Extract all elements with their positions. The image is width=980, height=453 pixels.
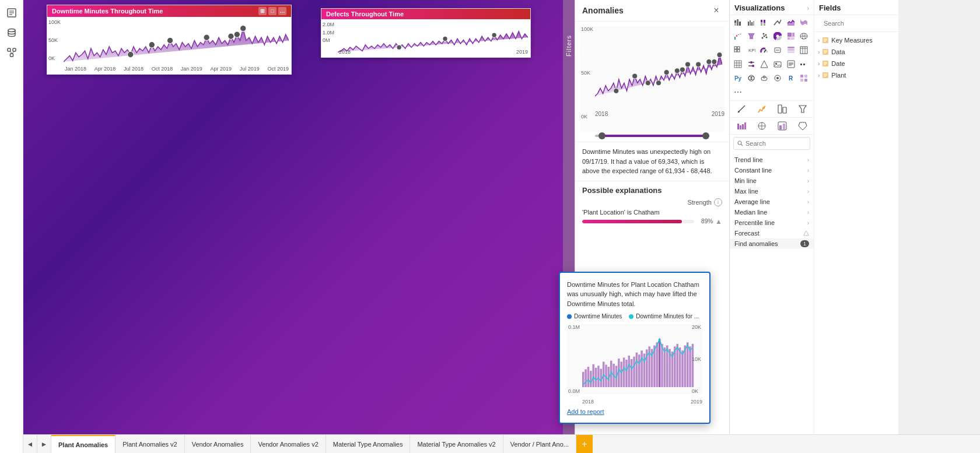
svg-marker-87 [761,61,768,68]
format-icon-btn[interactable] [736,103,747,115]
viz-icons-row-4 [730,57,814,71]
analytics-trend-line[interactable]: Trend line › [730,154,814,165]
viz-icon-matrix[interactable] [732,44,744,56]
anomaly-slider[interactable] [595,135,709,137]
viz-icon-shape[interactable] [758,58,770,70]
analytics-search-icon [737,141,743,146]
fields-search-input[interactable] [820,17,908,29]
viz-icon-linechart[interactable] [772,16,783,28]
analytics-search-input[interactable] [746,140,806,147]
chart-filter-btn[interactable]: ⊞ [258,7,267,15]
viz-icon-100bar[interactable] [758,16,770,28]
chart-more-btn[interactable]: … [278,7,286,15]
analytics-icon-btn[interactable] [756,103,768,115]
viz-icon-more-ellipsis[interactable]: ⋯ [732,86,744,98]
analytics-max-line[interactable]: Max line › [730,186,814,196]
viz-secondary-4[interactable] [797,120,808,132]
viz-icon-r[interactable]: R [785,72,797,84]
tab-vendor-anomalies[interactable]: Vendor Anomalies [185,435,251,454]
viz-icon-gauge[interactable] [758,44,770,56]
viz-secondary-3[interactable] [776,120,788,132]
tab-vendor-anomalies-v2[interactable]: Vendor Anomalies v2 [251,435,326,454]
viz-icon-treemap[interactable] [785,30,797,42]
tab-plant-anomalies-v2[interactable]: Plant Anomalies v2 [116,435,185,454]
svg-point-98 [751,76,754,80]
explanation-label-0: 'Plant Location' is Chatham [582,209,722,216]
filter-icon-btn[interactable] [797,103,808,115]
tab-vendor-plant-ano[interactable]: Vendor / Plant Ano... [503,435,576,454]
analytics-percentile-line[interactable]: Percentile line › [730,217,814,228]
svg-point-10 [128,51,134,57]
viz-icon-areachart[interactable] [785,16,797,28]
strength-info-icon[interactable]: i [714,198,722,206]
viz-icon-matrix2[interactable] [732,58,744,70]
tab-material-type-anomalies-v2[interactable]: Material Type Anomalies v2 [410,435,503,454]
svg-rect-74 [800,47,807,54]
analytics-min-line[interactable]: Min line › [730,175,814,186]
viz-icon-more2[interactable] [798,58,810,70]
viz-icon-textbox[interactable] [785,58,797,70]
slider-handle-right[interactable] [702,132,709,139]
fields-group-keymeasures: › Key Measures [814,34,898,46]
viz-secondary-1[interactable] [736,120,747,132]
viz-icon-ribbon[interactable] [798,16,810,28]
svg-rect-58 [792,33,794,37]
field-icon-btn[interactable] [776,103,788,115]
slider-handle-left[interactable] [598,132,606,139]
fields-group-keymeasures-header[interactable]: › Key Measures [818,36,895,45]
viz-secondary-2[interactable] [756,120,768,132]
viz-expand-icon[interactable]: › [807,4,809,12]
analytics-forecast[interactable]: Forecast [730,228,814,238]
anomalies-close-btn[interactable]: × [710,5,722,16]
analytics-trend-arrow: › [807,157,809,163]
svg-rect-106 [804,79,807,82]
svg-point-96 [748,75,754,81]
add-to-report-button[interactable]: Add to report [567,408,604,415]
tab-plant-anomalies[interactable]: Plant Anomalies [51,435,116,454]
analytics-median-line[interactable]: Median line › [730,207,814,217]
model-icon[interactable] [4,44,20,61]
explanation-expand-btn-0[interactable]: ▲ [715,217,722,226]
viz-icon-multirow[interactable] [785,44,797,56]
analytics-average-line[interactable]: Average line › [730,196,814,207]
possible-explanations: Possible explanations Strength i 'Plant … [575,181,729,234]
viz-icon-image[interactable] [772,58,783,70]
viz-icon-pie[interactable] [772,30,783,42]
viz-icon-kpi[interactable]: KPI [746,44,757,56]
viz-icon-card[interactable] [772,44,783,56]
tab-add-btn[interactable]: + [576,435,593,454]
fields-group-data-header[interactable]: › Data [818,47,895,57]
tab-material-type-anomalies[interactable]: Material Type Anomalies [326,435,411,454]
viz-icon-stackedbar[interactable] [732,16,744,28]
data-icon[interactable] [4,24,20,41]
chart-focus-btn[interactable]: □ [268,7,276,15]
popup-year-labels: 2018 2019 [582,399,702,405]
viz-icon-slicer[interactable] [746,58,757,70]
defects-chart-body: 2.0M 1.0M 0M 2018 [321,19,530,55]
viz-icon-custom2[interactable] [758,72,770,84]
svg-rect-63 [734,47,737,49]
viz-icon-clusteredbar[interactable] [746,16,757,28]
popup-y-labels-right: 20K 10K 0K [692,324,701,394]
analytics-trend-line-label: Trend line [734,156,763,163]
fields-group-plant-header[interactable]: › Plant [818,71,895,80]
tab-nav-prev[interactable]: ◄ [23,435,37,454]
tab-nav-next[interactable]: ► [37,435,51,454]
analytics-constant-line[interactable]: Constant line › [730,165,814,175]
svg-point-86 [752,65,754,67]
viz-icon-custom3[interactable] [772,72,783,84]
viz-icon-funnel[interactable] [746,30,757,42]
viz-icon-map[interactable] [798,30,810,42]
viz-icon-custom4[interactable] [798,72,810,84]
viz-icon-py[interactable]: Py [732,72,744,84]
svg-rect-99 [761,77,767,80]
analytics-find-anomalies[interactable]: Find anomalies 1 [730,238,814,249]
report-icon[interactable] [4,5,20,21]
viz-icon-scatter[interactable] [758,30,770,42]
viz-icon-waterfall[interactable] [732,30,744,42]
downtime-chart-body: 100K 50K 0K [47,17,291,73]
svg-point-19 [492,33,496,37]
viz-icon-table[interactable] [798,44,810,56]
viz-icon-custom1[interactable] [746,72,757,84]
fields-group-date-header[interactable]: › Date [818,59,895,68]
